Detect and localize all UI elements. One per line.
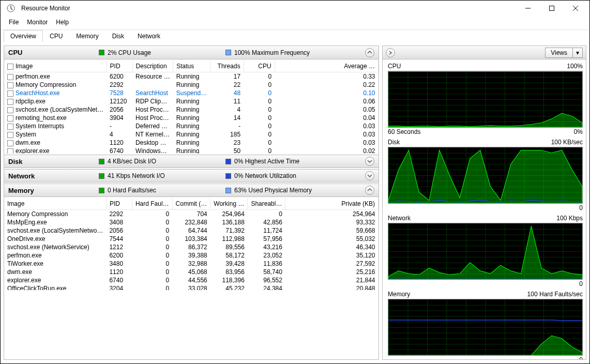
tab-overview[interactable]: Overview [4, 30, 43, 42]
row-checkbox[interactable] [7, 140, 13, 146]
table-row[interactable]: MsMpEng.exe34080232,848136,18842,85693,3… [4, 218, 379, 226]
table-row[interactable]: svchost.exe (LocalSystemNetwo…2056064,74… [4, 226, 379, 235]
table-row[interactable]: dwm.exe1120Desktop …Running2300.03 [4, 139, 379, 147]
memory-used-label: 63% Used Physical Memory [234, 187, 312, 194]
tabbar: Overview CPU Memory Disk Network [1, 29, 589, 42]
table-row[interactable]: OfficeClickToRun.exe3204033,02845,23224,… [4, 284, 379, 290]
disk-section-header[interactable]: Disk 4 KB/sec Disk I/O 0% Highest Active… [4, 155, 379, 168]
cpu-section-header[interactable]: CPU 2% CPU Usage 100% Maximum Frequency [4, 46, 379, 59]
cpu-freq-label: 100% Maximum Frequency [234, 49, 310, 56]
table-row[interactable]: dwm.exe1120045,06883,95658,74025,216 [4, 268, 379, 276]
titlebar: Resource Monitor [1, 1, 589, 16]
memory-section-header[interactable]: Memory 0 Hard Faults/sec 63% Used Physic… [4, 184, 379, 197]
memory-hf-color [99, 188, 104, 193]
row-checkbox[interactable] [7, 74, 13, 80]
tab-disk[interactable]: Disk [105, 30, 131, 42]
row-checkbox[interactable] [7, 82, 13, 88]
maximize-button[interactable] [540, 1, 564, 16]
table-row[interactable]: OneDrive.exe75440103,384112,98857,95655,… [4, 235, 379, 243]
chart-pane-header: Views ▾ [383, 46, 586, 59]
table-row[interactable]: perfmon.exe6200Resource …Running1700.33 [4, 72, 379, 81]
table-row[interactable]: svchost.exe (NetworkService)1212086,3728… [4, 243, 379, 251]
network-io-label: 41 Kbps Network I/O [108, 172, 165, 179]
charts-container[interactable]: CPU100% 60 Seconds0% Disk100 KB/sec 0 Ne… [383, 59, 586, 359]
select-all-checkbox[interactable] [7, 64, 13, 70]
menu-file[interactable]: File [5, 17, 23, 28]
network-expand-button[interactable] [365, 171, 374, 180]
network-io-color [99, 173, 104, 179]
left-pane: CPU 2% CPU Usage 100% Maximum Frequency … [4, 46, 379, 360]
right-pane: Views ▾ CPU100% 60 Seconds0% Disk100 KB/… [382, 46, 586, 360]
tab-network[interactable]: Network [131, 30, 167, 42]
table-row[interactable]: TiWorker.exe3480032,98839,42811,83627,59… [4, 260, 379, 268]
table-row[interactable]: Memory Compression2292Running2200.22 [4, 81, 379, 89]
memory-used-color [225, 188, 231, 193]
disk-io-color [99, 159, 104, 164]
network-chart: Network100 Kbps 0 [388, 215, 583, 287]
table-row[interactable]: explorer.exe6740Windows…Running5000.02 [4, 147, 379, 154]
disk-section-title: Disk [8, 158, 99, 165]
table-row[interactable]: svchost.exe (LocalSystemNet…2056Host Pro… [4, 105, 379, 114]
disk-io-label: 4 KB/sec Disk I/O [108, 158, 156, 165]
table-row[interactable]: System Interrupts-Deferred …Running-00.0… [4, 122, 379, 130]
cpu-freq-color [225, 50, 231, 55]
disk-active-label: 0% Highest Active Time [234, 158, 299, 165]
minimize-button[interactable] [516, 1, 540, 16]
cpu-table-scroll[interactable]: Image PID Description Status Threads CPU… [4, 60, 379, 154]
table-row[interactable]: rdpclip.exe12120RDP Clip…Running1100.06 [4, 97, 379, 105]
menu-monitor[interactable]: Monitor [23, 17, 52, 28]
row-checkbox[interactable] [7, 132, 13, 138]
table-row[interactable]: perfmon.exe6200039,38858,17223,05235,120 [4, 251, 379, 260]
disk-chart: Disk100 KB/sec 0 [388, 139, 583, 211]
collapse-chart-pane-button[interactable] [386, 48, 395, 57]
memory-section-title: Memory [8, 187, 99, 194]
row-checkbox[interactable] [7, 107, 13, 113]
row-checkbox[interactable] [7, 99, 13, 105]
memory-collapse-button[interactable] [365, 186, 374, 195]
memory-table: Image PID Hard Faul… Commit (… Working …… [4, 198, 379, 290]
table-row[interactable]: Memory Compression22920704254,9640254,96… [4, 210, 379, 219]
cpu-usage-label: 2% CPU Usage [108, 49, 151, 56]
table-row[interactable]: SearchHost.exe7528SearchHostSuspend…4800… [4, 89, 379, 97]
menubar: File Monitor Help [1, 16, 589, 28]
network-util-label: 0% Network Utilization [234, 172, 296, 179]
memory-hf-label: 0 Hard Faults/sec [108, 187, 156, 194]
cpu-collapse-button[interactable] [365, 48, 374, 57]
cpu-section-title: CPU [8, 49, 99, 56]
tab-memory[interactable]: Memory [69, 30, 105, 42]
disk-active-color [225, 159, 231, 164]
network-section-title: Network [8, 172, 99, 180]
window-title: Resource Monitor [19, 5, 516, 12]
disk-expand-button[interactable] [365, 157, 374, 166]
row-checkbox[interactable] [7, 148, 13, 154]
table-row[interactable]: System4NT Kernel…Running18500.03 [4, 130, 379, 139]
network-section-header[interactable]: Network 41 Kbps Network I/O 0% Network U… [4, 169, 379, 183]
memory-chart: Memory100 Hard Faults/sec 0 [388, 291, 583, 359]
chevron-down-icon: ▾ [572, 48, 582, 57]
memory-table-scroll[interactable]: Image PID Hard Faul… Commit (… Working …… [4, 198, 379, 290]
table-row[interactable]: explorer.exe6740044,556118,39696,55221,8… [4, 276, 379, 284]
app-icon [7, 4, 15, 12]
cpu-chart: CPU100% 60 Seconds0% [388, 63, 583, 135]
table-row[interactable]: remoting_host.exe3904Host Proc…Running14… [4, 114, 379, 122]
network-util-color [225, 173, 231, 179]
menu-help[interactable]: Help [52, 17, 73, 28]
close-button[interactable] [564, 1, 587, 16]
row-checkbox[interactable] [7, 115, 13, 122]
cpu-table: Image PID Description Status Threads CPU… [4, 60, 379, 154]
cpu-usage-color [99, 50, 104, 55]
row-checkbox[interactable] [7, 90, 13, 97]
svg-rect-2 [550, 6, 554, 11]
tab-cpu[interactable]: CPU [43, 30, 69, 42]
row-checkbox[interactable] [7, 124, 13, 130]
views-dropdown[interactable]: Views ▾ [545, 48, 583, 58]
